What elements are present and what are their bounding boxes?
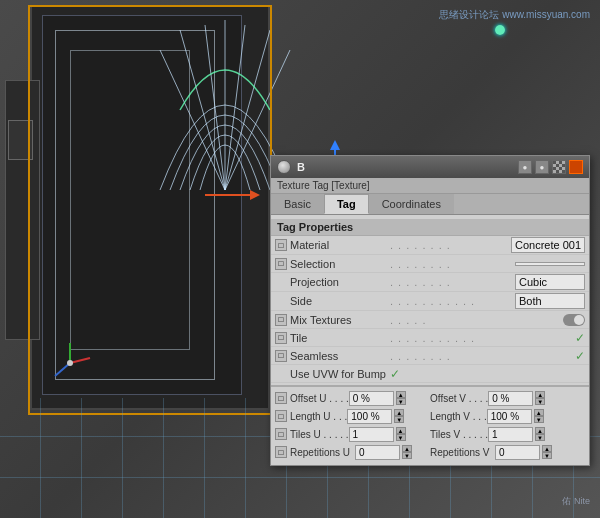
row-repetitions: □ Repetitions U ▲ ▼ Repetitions V ▲ ▼ — [271, 443, 589, 461]
offset-u-label: Offset U . . . . — [290, 393, 349, 404]
prop-row-uvw: Use UVW for Bump ✓ — [271, 365, 589, 383]
side-value[interactable]: Both — [515, 293, 585, 309]
panel-header-left: B — [277, 160, 305, 174]
projection-value[interactable]: Cubic — [515, 274, 585, 290]
material-value[interactable]: Concrete 001 — [511, 237, 585, 253]
length-v-up[interactable]: ▲ — [534, 409, 544, 416]
length-v-field-group: ▲ ▼ — [487, 409, 544, 424]
prop-row-material: □ Material . . . . . . . . Concrete 001 — [271, 236, 589, 255]
length-v-input[interactable] — [487, 409, 532, 424]
length-u-down[interactable]: ▼ — [394, 416, 404, 423]
material-label: Material — [290, 239, 390, 251]
accent-dot — [495, 25, 505, 35]
panel-icon — [277, 160, 291, 174]
tiles-u-down[interactable]: ▼ — [396, 434, 406, 441]
rep-u-down[interactable]: ▼ — [402, 452, 412, 459]
tiles-v-up[interactable]: ▲ — [535, 427, 545, 434]
mix-textures-checkbox[interactable]: □ — [275, 314, 287, 326]
rep-u-checkbox[interactable]: □ — [275, 446, 287, 458]
rep-v-field-group: ▲ ▼ — [495, 445, 552, 460]
uvw-checkmark: ✓ — [390, 367, 400, 381]
axis-arrow — [200, 180, 260, 210]
tiles-v-spinner: ▲ ▼ — [535, 427, 545, 441]
separator — [271, 385, 589, 387]
mix-textures-toggle[interactable] — [563, 314, 585, 326]
offset-v-up[interactable]: ▲ — [535, 391, 545, 398]
tiles-u-label: Tiles U . . . . . — [290, 429, 349, 440]
projection-label: Projection — [290, 276, 390, 288]
tiles-u-checkbox[interactable]: □ — [275, 428, 287, 440]
properties-panel: Tag Properties □ Material . . . . . . . … — [271, 215, 589, 465]
rep-u-up[interactable]: ▲ — [402, 445, 412, 452]
length-v-spinner: ▲ ▼ — [534, 409, 544, 423]
offset-v-spinner: ▲ ▼ — [535, 391, 545, 405]
seamless-checkbox[interactable]: □ — [275, 350, 287, 362]
logo-badge: 佑 Nite — [562, 495, 590, 508]
offset-v-label: Offset V . . . . — [430, 393, 488, 404]
header-checker-btn[interactable] — [552, 160, 566, 174]
side-label: Side — [290, 295, 390, 307]
watermark-text: 思绪设计论坛 www.missyuan.com — [439, 8, 590, 22]
tiles-u-input[interactable] — [349, 427, 394, 442]
header-dot-btn1[interactable]: ● — [518, 160, 532, 174]
rep-v-label: Repetitions V — [430, 447, 495, 458]
tile-checkbox[interactable]: □ — [275, 332, 287, 344]
length-u-input[interactable] — [347, 409, 392, 424]
svg-line-1 — [180, 30, 225, 190]
panel-subtitle: Texture Tag [Texture] — [271, 178, 589, 194]
rep-v-spinner: ▲ ▼ — [542, 445, 552, 459]
offset-u-spinner: ▲ ▼ — [396, 391, 406, 405]
header-dot-btn2[interactable]: ● — [535, 160, 549, 174]
panel-header-buttons: ● ● — [518, 160, 583, 174]
rep-v-down[interactable]: ▼ — [542, 452, 552, 459]
panel-title: B — [297, 161, 305, 173]
row-offset: □ Offset U . . . . ▲ ▼ Offset V . . . . … — [271, 389, 589, 407]
svg-point-14 — [67, 360, 73, 366]
seamless-label: Seamless — [290, 350, 390, 362]
material-checkbox[interactable]: □ — [275, 239, 287, 251]
material-dots: . . . . . . . . — [390, 239, 511, 251]
offset-u-checkbox[interactable]: □ — [275, 392, 287, 404]
rep-u-label: Repetitions U — [290, 447, 355, 458]
tab-basic[interactable]: Basic — [271, 194, 324, 214]
scene-geometry-left — [5, 80, 40, 340]
tiles-v-label: Tiles V . . . . . — [430, 429, 488, 440]
seamless-checkmark: ✓ — [575, 349, 585, 363]
tab-tag[interactable]: Tag — [324, 194, 369, 214]
tile-dots: . . . . . . . . . . . — [390, 332, 575, 344]
mix-textures-label: Mix Textures — [290, 314, 390, 326]
length-u-checkbox[interactable]: □ — [275, 410, 287, 422]
scene-geometry-left2 — [8, 120, 33, 160]
texture-tag-panel: B ● ● Texture Tag [Texture] Basic Tag Co… — [270, 155, 590, 466]
tab-coordinates[interactable]: Coordinates — [369, 194, 454, 214]
selection-checkbox[interactable]: □ — [275, 258, 287, 270]
rep-v-input[interactable] — [495, 445, 540, 460]
offset-v-input[interactable] — [488, 391, 533, 406]
tiles-v-input[interactable] — [488, 427, 533, 442]
offset-u-col: □ Offset U . . . . ▲ ▼ — [275, 391, 430, 406]
selection-value[interactable] — [515, 262, 585, 266]
offset-u-input[interactable] — [349, 391, 394, 406]
rep-u-field-group: ▲ ▼ — [355, 445, 412, 460]
tiles-u-up[interactable]: ▲ — [396, 427, 406, 434]
tile-checkmark: ✓ — [575, 331, 585, 345]
rep-u-input[interactable] — [355, 445, 400, 460]
length-u-field-group: ▲ ▼ — [347, 409, 404, 424]
length-u-up[interactable]: ▲ — [394, 409, 404, 416]
offset-u-up[interactable]: ▲ — [396, 391, 406, 398]
selection-dots: . . . . . . . . — [390, 258, 515, 270]
svg-line-5 — [225, 30, 270, 190]
tabs-container: Basic Tag Coordinates — [271, 194, 589, 215]
length-v-down[interactable]: ▼ — [534, 416, 544, 423]
offset-v-down[interactable]: ▼ — [535, 398, 545, 405]
uvw-label: Use UVW for Bump — [290, 368, 390, 380]
header-orange-btn[interactable] — [569, 160, 583, 174]
prop-row-seamless: □ Seamless . . . . . . . . ✓ — [271, 347, 589, 365]
side-dots: . . . . . . . . . . . — [390, 295, 515, 307]
offset-u-down[interactable]: ▼ — [396, 398, 406, 405]
section-tag-properties: Tag Properties — [271, 219, 589, 236]
length-u-col: □ Length U . . . ▲ ▼ — [275, 409, 430, 424]
tiles-v-down[interactable]: ▼ — [535, 434, 545, 441]
selection-label: Selection — [290, 258, 390, 270]
rep-v-up[interactable]: ▲ — [542, 445, 552, 452]
